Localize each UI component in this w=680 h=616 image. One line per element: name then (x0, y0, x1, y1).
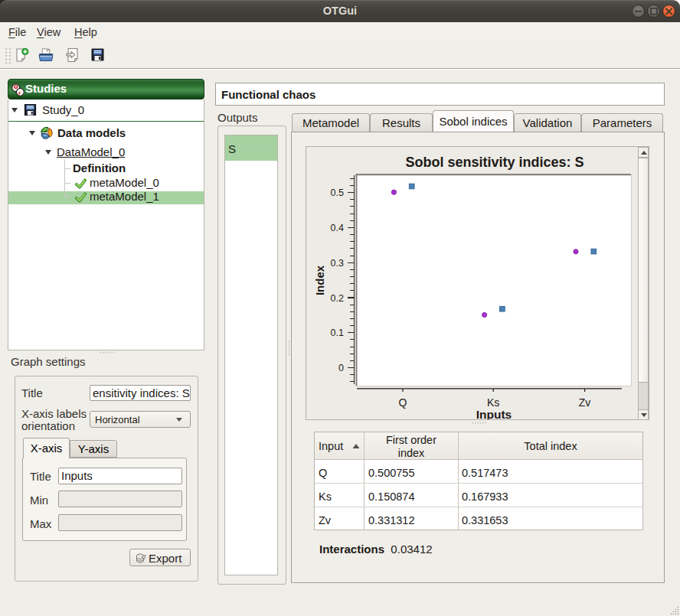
svg-text:Zv: Zv (579, 396, 591, 409)
svg-text:0: 0 (338, 363, 344, 373)
svg-text:Index: Index (313, 265, 326, 295)
svg-text:0.2: 0.2 (331, 293, 344, 304)
svg-text:Q: Q (399, 396, 407, 409)
svg-text:0.4: 0.4 (331, 223, 344, 233)
svg-text:0.3: 0.3 (331, 258, 344, 269)
svg-text:0.1: 0.1 (331, 328, 344, 338)
svg-text:Inputs: Inputs (476, 408, 512, 419)
svg-text:Ks: Ks (487, 396, 499, 409)
svg-text:0.5: 0.5 (331, 187, 344, 198)
svg-text:Sobol sensitivity indices: S: Sobol sensitivity indices: S (405, 155, 584, 170)
